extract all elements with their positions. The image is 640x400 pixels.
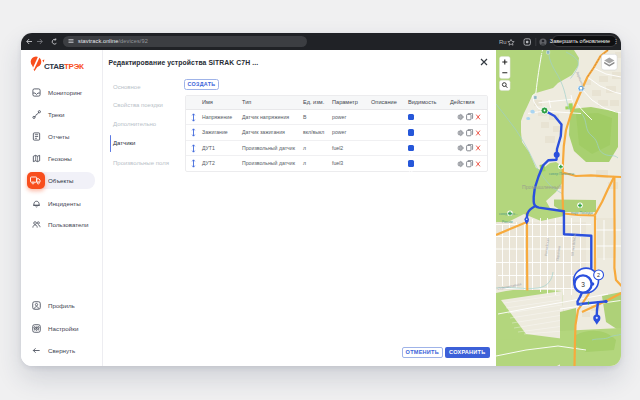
svg-text:3: 3 <box>581 280 585 287</box>
svg-text:парк Победы: парк Победы <box>571 211 593 215</box>
svg-text:СТАВТРЭК: СТАВТРЭК <box>44 62 84 71</box>
svg-text:России: России <box>502 220 513 224</box>
svg-text:Ru: Ru <box>499 39 507 45</box>
svg-text:Промышленный: Промышленный <box>522 183 561 189</box>
svg-text:сквер Геро...: сквер Геро... <box>499 212 518 216</box>
svg-text:2: 2 <box>597 272 600 278</box>
svg-text:сквер Планеты: сквер Планеты <box>549 171 574 175</box>
